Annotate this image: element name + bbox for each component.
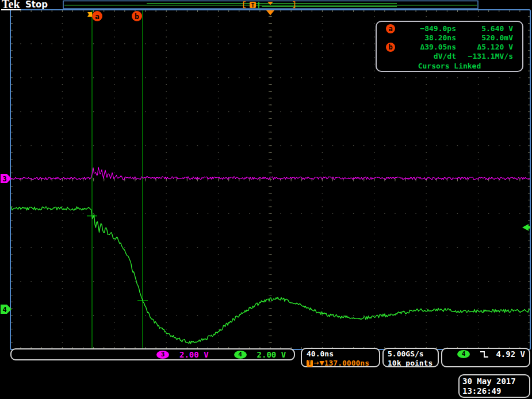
acquisition-panel[interactable]: 5.00GS/s 10k points — [382, 348, 439, 367]
channel-3-badge[interactable]: 3 — [156, 351, 169, 359]
oscilloscope-screen: Tab34 Tek Stop a −849.0ps 5.640 V 38.20n… — [0, 0, 532, 399]
cursor-b-badge: b — [386, 43, 395, 52]
channel-3-position-label: 3 — [2, 175, 6, 183]
cursor-b-voltage: 520.0mV — [456, 33, 513, 43]
trigger-level-arrow[interactable] — [522, 224, 530, 231]
cursor-b-time: 38.20ns — [403, 33, 456, 43]
cursor-delta-time: Δ39.05ns — [403, 43, 456, 52]
trigger-source-badge: 4 — [457, 350, 470, 358]
cursor-b-marker-label: b — [135, 12, 139, 21]
trigger-position-icon: T — [307, 360, 313, 367]
cursor-a-voltage: 5.640 V — [456, 24, 513, 33]
cursors-linked-status: Cursors Linked — [377, 62, 522, 71]
channel-3-scale[interactable]: 2.00 V — [179, 350, 209, 359]
channel-4-scale[interactable]: 2.00 V — [257, 350, 286, 359]
cursor-delta-voltage: Δ5.120 V — [456, 43, 513, 52]
cursor-a-flag-icon — [87, 12, 92, 17]
overview-trigger-letter: T — [251, 2, 254, 9]
trigger-panel[interactable]: 4 4.92 V — [441, 348, 530, 367]
dvdt-value: −131.1MV/s — [456, 52, 513, 61]
channel-4-position-label: 4 — [2, 306, 6, 314]
arrow-icon: → — [313, 359, 319, 367]
timebase-panel[interactable]: 40.0ns T→▼137.0000ns — [301, 348, 380, 367]
acquisition-status: Stop — [25, 0, 48, 10]
channel-scale-bar[interactable]: 3 2.00 V 4 2.00 V — [10, 348, 295, 360]
cursor-a-badge: a — [386, 24, 395, 33]
dvdt-label: dV/dt — [403, 52, 456, 61]
datetime-panel: 30 May 2017 13:26:49 — [458, 374, 530, 398]
trigger-position-icon[interactable] — [266, 10, 274, 16]
falling-edge-icon — [480, 351, 490, 358]
sample-rate: 5.00GS/s — [388, 349, 438, 359]
time-value: 13:26:49 — [462, 386, 529, 396]
channel-4-badge[interactable]: 4 — [234, 351, 247, 359]
cursor-readout-panel[interactable]: a −849.0ps 5.640 V 38.20ns 520.0mV b Δ39… — [376, 21, 523, 72]
cursor-a-time: −849.0ps — [403, 24, 456, 33]
record-length: 10k points — [388, 359, 438, 368]
tek-logo: Tek — [1, 0, 21, 10]
date-value: 30 May 2017 — [462, 377, 529, 386]
cursor-a-marker-label: a — [95, 12, 99, 21]
trigger-delay-value: 137.0000ns — [324, 359, 369, 367]
trigger-level-value: 4.92 V — [496, 350, 525, 359]
trigger-marker-icon: ▼ — [319, 359, 324, 367]
timebase-scale: 40.0ns — [307, 349, 379, 359]
